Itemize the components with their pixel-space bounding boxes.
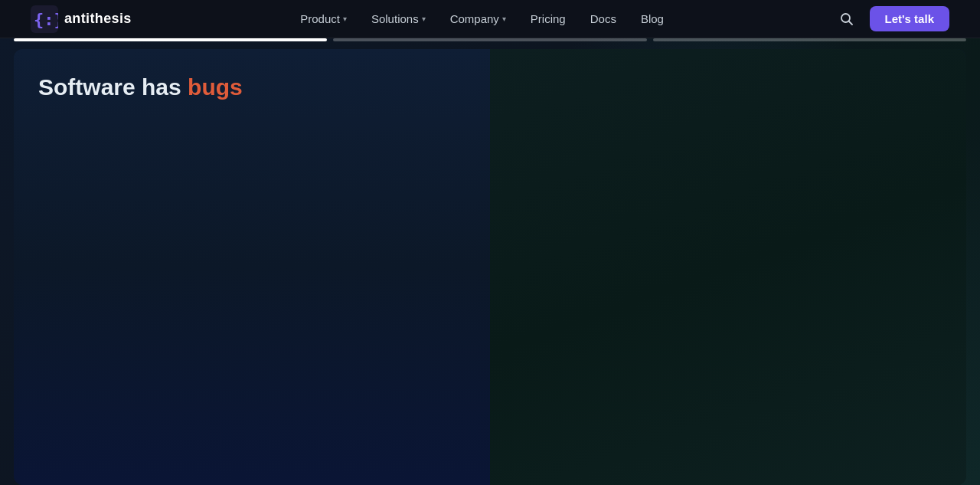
nav-item-docs[interactable]: Docs — [580, 8, 627, 30]
hero-section: Software has bugs — [0, 38, 980, 485]
lets-talk-button[interactable]: Let's talk — [870, 6, 949, 31]
svg-line-3 — [848, 21, 852, 25]
progress-bar-2 — [333, 38, 646, 41]
nav-item-blog[interactable]: Blog — [630, 8, 675, 30]
nav-label-blog: Blog — [641, 12, 664, 25]
nav-label-pricing: Pricing — [531, 12, 566, 25]
progress-bar-1 — [14, 38, 327, 41]
main-nav: {:} antithesis Product ▾ Solutions ▾ Com… — [0, 0, 980, 38]
progress-bar-3 — [653, 38, 966, 41]
progress-bars — [14, 38, 966, 41]
nav-label-product: Product — [300, 12, 340, 25]
headline-plain: Software has — [38, 74, 188, 100]
search-button[interactable] — [833, 5, 861, 33]
logo-text: antithesis — [64, 11, 132, 27]
nav-item-solutions[interactable]: Solutions ▾ — [361, 8, 436, 30]
search-icon — [839, 11, 854, 27]
logo-link[interactable]: {:} antithesis — [31, 5, 132, 33]
nav-links: Product ▾ Solutions ▾ Company ▾ Pricing … — [289, 8, 675, 30]
nav-label-docs: Docs — [590, 12, 616, 25]
hero-card: Software has bugs — [14, 49, 966, 485]
nav-item-company[interactable]: Company ▾ — [439, 8, 517, 30]
nav-item-pricing[interactable]: Pricing — [520, 8, 577, 30]
chevron-down-icon: ▾ — [502, 15, 506, 23]
nav-label-solutions: Solutions — [371, 12, 419, 25]
hero-right-panel — [490, 49, 966, 485]
antithesis-logo-icon: {:} — [31, 5, 58, 33]
chevron-down-icon: ▾ — [343, 15, 347, 23]
nav-label-company: Company — [450, 12, 499, 25]
hero-left-panel — [14, 49, 490, 485]
chevron-down-icon: ▾ — [422, 15, 426, 23]
svg-text:{:}: {:} — [34, 10, 58, 29]
headline-highlight: bugs — [188, 74, 243, 100]
nav-right: Let's talk — [833, 5, 949, 33]
nav-item-product[interactable]: Product ▾ — [289, 8, 358, 30]
hero-headline: Software has bugs — [38, 74, 243, 101]
